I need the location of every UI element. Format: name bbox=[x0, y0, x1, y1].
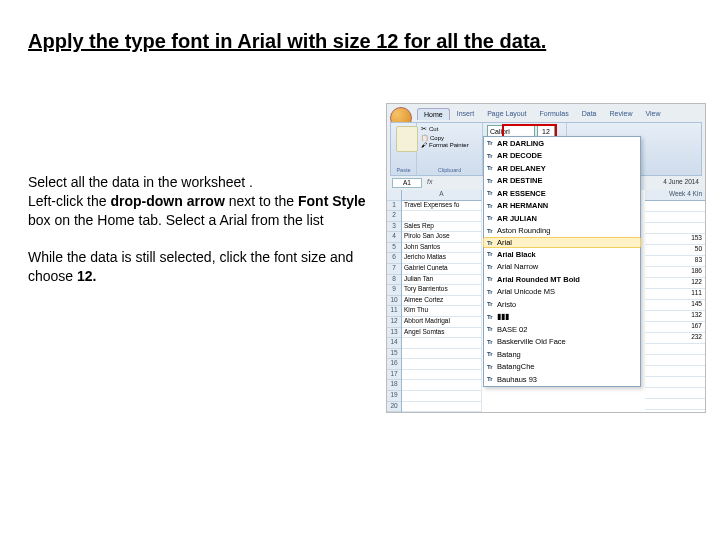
font-option[interactable]: TrBatangChe bbox=[484, 361, 640, 374]
cell[interactable]: Gabriel Cuneta bbox=[402, 264, 482, 275]
cell[interactable]: Julian Tan bbox=[402, 275, 482, 286]
row-header[interactable]: 11 bbox=[387, 306, 401, 317]
row-header[interactable]: 17 bbox=[387, 370, 401, 381]
row-header[interactable]: 3 bbox=[387, 222, 401, 233]
font-option[interactable]: TrArial Rounded MT Bold bbox=[484, 273, 640, 286]
row-header[interactable]: 5 bbox=[387, 243, 401, 254]
cell[interactable]: 83 bbox=[645, 256, 705, 267]
cell[interactable]: Aimee Cortez bbox=[402, 296, 482, 307]
row-header[interactable]: 19 bbox=[387, 391, 401, 402]
cell[interactable] bbox=[645, 388, 705, 399]
font-option[interactable]: TrArial Black bbox=[484, 248, 640, 261]
name-box[interactable]: A1 bbox=[392, 178, 422, 188]
cell[interactable] bbox=[645, 366, 705, 377]
row-header[interactable]: 15 bbox=[387, 349, 401, 360]
cell[interactable] bbox=[645, 355, 705, 366]
font-dropdown-list[interactable]: TrAR DARLINGTrAR DECODETrAR DELANEYTrAR … bbox=[483, 136, 641, 387]
paste-button[interactable] bbox=[396, 126, 418, 152]
tab-review[interactable]: Review bbox=[604, 108, 639, 120]
row-header[interactable]: 14 bbox=[387, 338, 401, 349]
row-header[interactable]: 4 bbox=[387, 232, 401, 243]
font-option[interactable]: Tr▮▮▮ bbox=[484, 311, 640, 324]
truetype-icon: Tr bbox=[487, 228, 497, 234]
tab-pagelayout[interactable]: Page Layout bbox=[481, 108, 532, 120]
cell[interactable]: Jericho Matias bbox=[402, 253, 482, 264]
font-option[interactable]: TrBauhaus 93 bbox=[484, 373, 640, 386]
cell[interactable]: Pirolo San Jose bbox=[402, 232, 482, 243]
cell[interactable] bbox=[645, 223, 705, 234]
row-header[interactable]: 9 bbox=[387, 285, 401, 296]
row-header[interactable]: 13 bbox=[387, 328, 401, 339]
tab-data[interactable]: Data bbox=[576, 108, 603, 120]
font-option[interactable]: TrArial bbox=[483, 237, 641, 248]
font-option[interactable]: TrArial Unicode MS bbox=[484, 286, 640, 299]
row-header[interactable]: 16 bbox=[387, 359, 401, 370]
tab-view[interactable]: View bbox=[639, 108, 666, 120]
font-option[interactable]: TrArial Narrow bbox=[484, 261, 640, 274]
row-header[interactable]: 12 bbox=[387, 317, 401, 328]
font-option[interactable]: TrAR JULIAN bbox=[484, 212, 640, 225]
font-option[interactable]: TrAR DECODE bbox=[484, 150, 640, 163]
format-painter-button[interactable]: Format Painter bbox=[421, 142, 478, 148]
font-option[interactable]: TrAR HERMANN bbox=[484, 200, 640, 213]
cell[interactable] bbox=[402, 402, 482, 413]
cell[interactable] bbox=[645, 410, 705, 413]
row-header[interactable]: 10 bbox=[387, 296, 401, 307]
cell[interactable]: 122 bbox=[645, 278, 705, 289]
font-option[interactable]: TrAR ESSENCE bbox=[484, 187, 640, 200]
tab-insert[interactable]: Insert bbox=[451, 108, 481, 120]
cell[interactable]: 153 bbox=[645, 234, 705, 245]
row-header[interactable]: 1 bbox=[387, 201, 401, 212]
cell[interactable]: 50 bbox=[645, 245, 705, 256]
cell[interactable] bbox=[402, 359, 482, 370]
cell[interactable] bbox=[645, 212, 705, 223]
font-name-label: BASE 02 bbox=[497, 325, 527, 334]
tab-formulas[interactable]: Formulas bbox=[534, 108, 575, 120]
cell[interactable]: Travel Expenses fo bbox=[402, 201, 482, 212]
font-option[interactable]: TrAston Rounding bbox=[484, 225, 640, 238]
cell[interactable]: Tory Barrientos bbox=[402, 285, 482, 296]
cell[interactable]: 111 bbox=[645, 289, 705, 300]
col-header[interactable]: A bbox=[402, 190, 482, 201]
fx-icon[interactable]: fx bbox=[427, 178, 432, 185]
font-option[interactable]: TrBaskerville Old Face bbox=[484, 336, 640, 349]
col-header[interactable]: Week 4 Kin bbox=[645, 190, 705, 201]
cell[interactable] bbox=[645, 201, 705, 212]
cell[interactable]: Angel Somtas bbox=[402, 328, 482, 339]
cell[interactable] bbox=[645, 344, 705, 355]
truetype-icon: Tr bbox=[487, 376, 497, 382]
cell[interactable]: John Santos bbox=[402, 243, 482, 254]
cell[interactable]: 167 bbox=[645, 322, 705, 333]
cell[interactable] bbox=[645, 399, 705, 410]
row-header[interactable]: 8 bbox=[387, 275, 401, 286]
row-header[interactable]: 7 bbox=[387, 264, 401, 275]
font-option[interactable]: TrAR DESTINE bbox=[484, 175, 640, 188]
tab-home[interactable]: Home bbox=[417, 108, 450, 120]
font-option[interactable]: TrBatang bbox=[484, 348, 640, 361]
row-header[interactable]: 20 bbox=[387, 402, 401, 413]
row-header[interactable]: 2 bbox=[387, 211, 401, 222]
cell[interactable]: Abbort Madrigal bbox=[402, 317, 482, 328]
cell[interactable]: 132 bbox=[645, 311, 705, 322]
font-option[interactable]: TrAR DELANEY bbox=[484, 162, 640, 175]
cell[interactable]: 145 bbox=[645, 300, 705, 311]
font-option[interactable]: TrAristo bbox=[484, 298, 640, 311]
cell[interactable] bbox=[402, 380, 482, 391]
cell[interactable] bbox=[645, 377, 705, 388]
cell[interactable]: 232 bbox=[645, 333, 705, 344]
row-header[interactable]: 6 bbox=[387, 253, 401, 264]
cell[interactable] bbox=[402, 370, 482, 381]
cell[interactable] bbox=[402, 338, 482, 349]
cell[interactable]: Sales Rep bbox=[402, 222, 482, 233]
truetype-icon: Tr bbox=[487, 165, 497, 171]
cell[interactable]: 186 bbox=[645, 267, 705, 278]
row-header[interactable]: 18 bbox=[387, 380, 401, 391]
cell[interactable]: Kim Thu bbox=[402, 306, 482, 317]
cell[interactable] bbox=[402, 349, 482, 360]
font-option[interactable]: TrAR DARLING bbox=[484, 137, 640, 150]
cut-button[interactable]: Cut bbox=[421, 125, 478, 133]
font-option[interactable]: TrBASE 02 bbox=[484, 323, 640, 336]
cell[interactable] bbox=[402, 211, 482, 222]
cell[interactable] bbox=[402, 391, 482, 402]
copy-button[interactable]: Copy bbox=[421, 134, 478, 141]
